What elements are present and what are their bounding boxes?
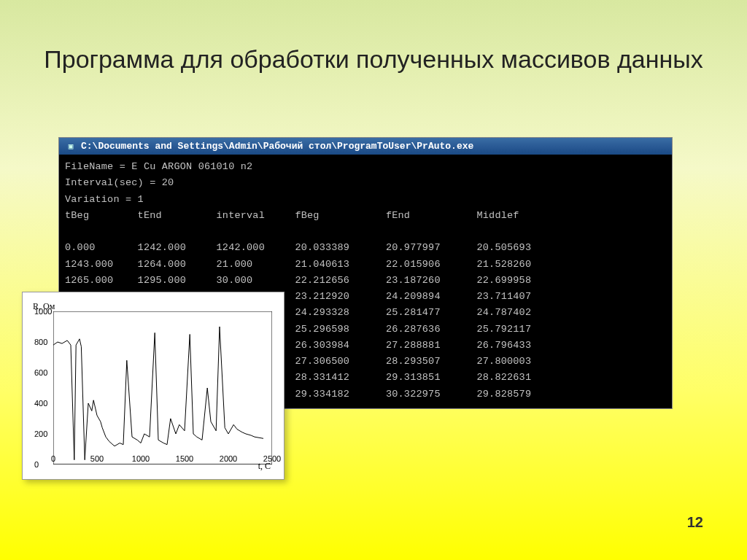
header-line3: Variation = 1: [65, 194, 144, 205]
chart-inset: R, Ом t, С 02004006008001000 05001000150…: [22, 292, 285, 480]
y-tick-label: 400: [34, 399, 47, 408]
x-tick-label: 1000: [132, 454, 150, 463]
x-tick-label: 2000: [220, 454, 237, 463]
app-icon: ▣: [65, 141, 77, 152]
x-tick-label: 1500: [176, 454, 193, 463]
chart-area: R, Ом t, С 02004006008001000 05001000150…: [28, 298, 275, 473]
header-line2: Interval(sec) = 20: [65, 177, 174, 188]
y-tick-label: 200: [34, 429, 47, 438]
y-tick-label: 0: [34, 460, 39, 469]
x-tick-label: 0: [51, 454, 55, 463]
y-tick-label: 1000: [34, 307, 52, 316]
header-line1: FileName = E Cu ARGON 061010 n2: [65, 161, 252, 172]
console-title-text: C:\Documents and Settings\Admin\Рабочий …: [81, 141, 473, 152]
x-tick-label: 2500: [263, 454, 281, 463]
console-titlebar: ▣ C:\Documents and Settings\Admin\Рабочи…: [59, 138, 672, 155]
x-tick-label: 500: [90, 454, 104, 463]
y-tick-label: 600: [34, 368, 47, 377]
chart-line-plot: [53, 311, 272, 464]
y-tick-label: 800: [34, 338, 47, 346]
page-number: 12: [687, 514, 703, 531]
slide-title: Программа для обработки полученных масси…: [0, 0, 747, 97]
column-headers: tBeg tEnd interval fBeg fEnd Middlef: [65, 210, 538, 221]
